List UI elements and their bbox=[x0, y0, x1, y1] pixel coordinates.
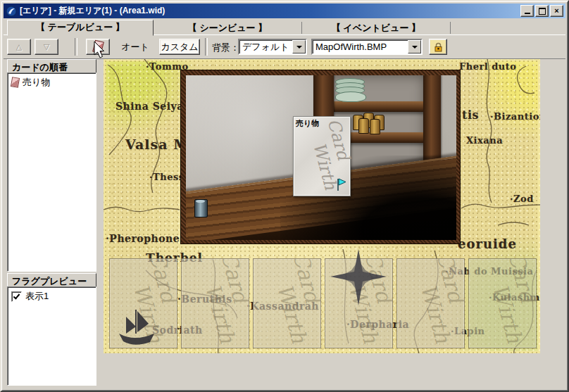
custom-button[interactable]: カスタム bbox=[159, 39, 200, 55]
compass-rose-icon bbox=[322, 248, 396, 308]
scene-preview-frame: 売り物 Card Wirth bbox=[180, 70, 461, 244]
app-icon bbox=[6, 6, 17, 17]
background-select[interactable]: デフォルト bbox=[238, 39, 307, 55]
plate-stack bbox=[335, 82, 366, 102]
minimize-button[interactable] bbox=[520, 5, 534, 17]
card-slot: Card Wirth bbox=[181, 258, 249, 348]
card-slot: Card Wirth bbox=[396, 258, 465, 348]
maximize-button[interactable] bbox=[535, 5, 549, 17]
chevron-down-icon[interactable] bbox=[408, 40, 421, 53]
chevron-down-icon[interactable] bbox=[292, 40, 306, 53]
card-order-list: 売り物 bbox=[7, 72, 96, 272]
move-down-button[interactable]: ▽ bbox=[35, 39, 58, 55]
map-label: ·Pherophone bbox=[106, 233, 180, 244]
map-label: tis bbox=[462, 108, 479, 122]
auto-button[interactable]: オート bbox=[118, 39, 152, 55]
move-up-button[interactable]: △ bbox=[7, 39, 31, 55]
map-label: ·Bizantion bbox=[490, 111, 540, 122]
checkbox-checked[interactable] bbox=[11, 291, 22, 302]
map-file-select[interactable]: MapOfWirth.BMP bbox=[311, 39, 423, 55]
mouse-cursor-icon bbox=[94, 41, 106, 59]
lock-button[interactable] bbox=[429, 39, 447, 55]
card-icon bbox=[11, 77, 20, 88]
flag-item-hyouji1[interactable]: 表示1 bbox=[10, 289, 94, 303]
tab-event-view[interactable]: 【 イベントビュー 】 bbox=[302, 22, 451, 34]
scene-preview: 売り物 Card Wirth bbox=[186, 75, 456, 240]
toolbar-separator bbox=[75, 38, 77, 56]
lock-icon bbox=[434, 42, 443, 52]
flag-icon bbox=[336, 178, 347, 191]
shelf-board bbox=[332, 101, 425, 112]
background-label: 背景： bbox=[212, 42, 239, 54]
window-title: [エリア] - 新規エリア(1) - (Area1.wid) bbox=[20, 5, 165, 17]
map-label: eoruide bbox=[458, 236, 517, 251]
mug bbox=[358, 118, 369, 134]
tab-scene-view[interactable]: 【 シーンビュー 】 bbox=[154, 22, 302, 34]
close-button[interactable]: × bbox=[550, 5, 563, 17]
map-label: Xixana bbox=[466, 135, 503, 146]
down-triangle-icon: ▽ bbox=[44, 42, 49, 51]
map-label: ·Zod bbox=[510, 194, 534, 204]
window: [エリア] - 新規エリア(1) - (Area1.wid) × 【 テーブルビ… bbox=[0, 0, 569, 392]
toolbar-separator bbox=[205, 38, 208, 56]
menu-card-urimono[interactable]: 売り物 Card Wirth bbox=[293, 116, 351, 196]
menu-card-label: 売り物 bbox=[296, 118, 319, 129]
map-background: ·Tommo Fherl duto Shina Seiya tis ·Bizan… bbox=[104, 59, 540, 353]
card-order-header: カードの順番 bbox=[7, 59, 96, 73]
ship-illustration bbox=[113, 304, 180, 350]
title-bar: [エリア] - 新規エリア(1) - (Area1.wid) × bbox=[4, 4, 565, 18]
up-triangle-icon: △ bbox=[16, 42, 22, 51]
mug bbox=[370, 119, 380, 134]
toolbar: △ ▽ オート カスタム 背景： デフォルト MapOfWirth.BMP bbox=[4, 34, 565, 59]
tab-bar: 【 テーブルビュー 】 【 シーンビュー 】 【 イベントビュー 】 bbox=[4, 20, 565, 35]
card-slot: Card Wirth bbox=[253, 258, 321, 348]
map-label: Shina Seiya bbox=[115, 101, 184, 112]
tab-table-view[interactable]: 【 テーブルビュー 】 bbox=[7, 20, 154, 36]
flag-preview-list: 表示1 bbox=[7, 286, 96, 386]
flag-preview-header: フラグプレビュー bbox=[7, 273, 96, 287]
map-label: Fherl duto bbox=[459, 61, 516, 72]
card-slot: Card Wirth bbox=[468, 258, 537, 348]
list-item-urimono[interactable]: 売り物 bbox=[10, 75, 94, 89]
steel-mug bbox=[194, 199, 208, 217]
